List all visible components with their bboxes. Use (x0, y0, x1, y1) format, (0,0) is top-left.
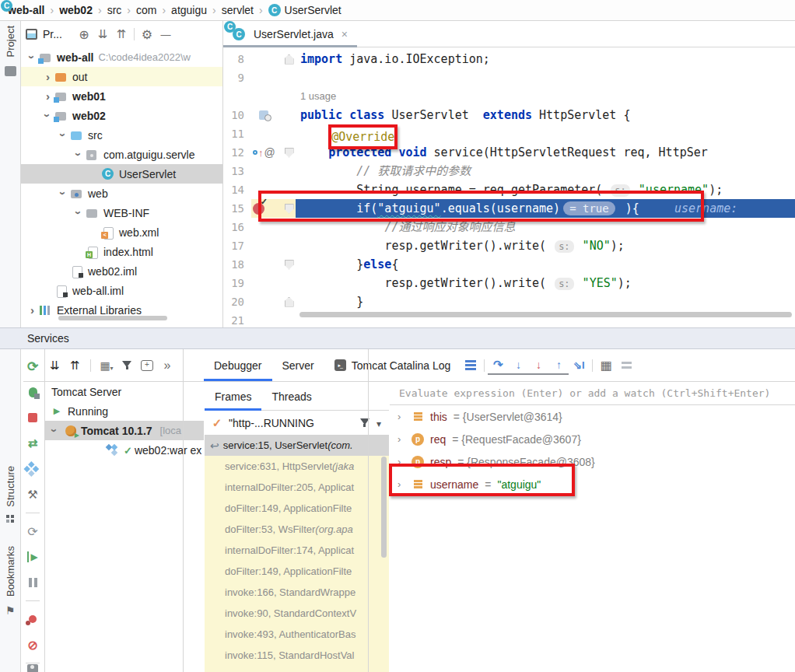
stack-scrollbar[interactable] (381, 457, 387, 558)
restore-layout-icon[interactable] (461, 356, 481, 375)
code-line[interactable]: 14 String username = req.getParameter( s… (223, 180, 795, 199)
tree-item[interactable]: web01 (21, 86, 222, 106)
stack-frame[interactable]: doFilter:53, WsFilter (org.apa (205, 519, 389, 540)
add-service-icon[interactable] (139, 358, 155, 373)
tab-debugger[interactable]: Debugger (204, 349, 272, 381)
code-line[interactable]: 17 resp.getWriter().write( s: "NO"); (223, 236, 795, 255)
tree-item[interactable]: web-allC:\code4idea2022\w (21, 47, 222, 67)
resume-icon[interactable] (25, 549, 40, 565)
stack-frame[interactable]: service:631, HttpServlet (jaka (205, 456, 389, 477)
tree-item[interactable]: UserServlet (21, 164, 222, 184)
collapse-all-icon[interactable] (67, 358, 82, 373)
code-line[interactable]: 9 (223, 68, 795, 87)
dropdown-icon[interactable] (376, 417, 381, 429)
breadcrumb-item[interactable]: atguigu (171, 4, 207, 16)
run-to-cursor-icon[interactable] (569, 356, 589, 375)
tree-item[interactable]: WEB-INF (21, 203, 222, 222)
hide-icon[interactable] (156, 26, 175, 43)
code-line[interactable]: 13 // 获取请求中的参数 (223, 162, 795, 180)
stack-frame[interactable]: service:15, UserServlet (com. (205, 435, 389, 456)
bookmark-flag-icon[interactable]: ⚑ (5, 604, 16, 617)
refresh-icon[interactable] (25, 523, 40, 539)
chevron-right-icon[interactable] (41, 70, 54, 83)
chevron-down-icon[interactable] (72, 206, 86, 219)
force-step-into-icon[interactable] (528, 356, 548, 375)
breakpoint-icon[interactable] (253, 203, 264, 215)
fold-marker[interactable] (285, 260, 294, 270)
stack-frame[interactable]: invoke:93, ErrorReportValve (205, 666, 389, 672)
variable-row[interactable]: ›req= {RequestFacade@3607} (390, 428, 795, 450)
stack-frame[interactable]: doFilter:149, ApplicationFilte (205, 561, 389, 582)
tab-tomcat-catalina-log[interactable]: Tomcat Catalina Log (324, 349, 461, 381)
services-tree-root[interactable]: Tomcat Server (45, 382, 204, 401)
code-line[interactable]: 16 //通过响应对象响应信息 (223, 218, 795, 236)
code-line[interactable]: 10public class UserServlet extends HttpS… (223, 106, 795, 124)
fold-marker[interactable] (285, 204, 294, 214)
step-over-icon[interactable] (488, 356, 508, 375)
overrides-method-icon[interactable]: ↑@ (253, 146, 275, 159)
tab-server[interactable]: Server (272, 349, 324, 381)
tree-item[interactable]: web02 (21, 106, 222, 125)
project-rail-label[interactable]: Project (5, 26, 16, 57)
evaluate-expression-icon[interactable] (596, 356, 616, 375)
pause-icon[interactable] (25, 575, 40, 590)
group-by-icon[interactable] (99, 358, 114, 373)
code-line[interactable]: 18 }else{ (223, 255, 795, 274)
bookmarks-rail-label[interactable]: Bookmarks (5, 546, 16, 597)
code-line[interactable]: 15 if("atguigu".equals(username)= true )… (223, 199, 795, 218)
breadcrumb-item[interactable]: com (136, 4, 156, 16)
collapse-all-icon[interactable] (112, 26, 131, 43)
fold-marker[interactable] (285, 297, 294, 307)
stack-frame[interactable]: invoke:166, StandardWrappe (205, 582, 389, 603)
chevron-right-icon[interactable]: › (398, 456, 405, 467)
code-line[interactable]: 12↑@ protected void service(HttpServletR… (223, 143, 795, 162)
variable-row[interactable]: ›resp= {ResponseFacade@3608} (390, 450, 795, 473)
chevron-down-icon[interactable] (48, 424, 61, 437)
view-breakpoints-icon[interactable] (25, 611, 40, 627)
stack-frame[interactable]: invoke:493, AuthenticatorBas (205, 624, 389, 645)
breadcrumb-item[interactable]: web02 (59, 4, 93, 16)
chevron-down-icon[interactable] (57, 187, 70, 200)
services-tree-status[interactable]: Running (45, 401, 204, 421)
more-icon[interactable] (159, 358, 175, 373)
thread-dump-icon[interactable] (25, 660, 40, 672)
services-icon[interactable] (25, 461, 40, 477)
tree-item[interactable]: web.xml (21, 222, 222, 242)
fold-marker[interactable] (285, 148, 294, 158)
project-horizontal-scrollbar[interactable] (58, 316, 167, 320)
editor-horizontal-scrollbar[interactable] (299, 312, 792, 317)
breadcrumb-item[interactable]: UserServlet (285, 4, 341, 16)
tree-item[interactable]: index.html (21, 242, 222, 261)
mute-breakpoints-icon[interactable] (25, 637, 40, 653)
code-line[interactable]: 20 } (223, 292, 795, 311)
tab-frames[interactable]: Frames (205, 382, 261, 411)
tree-item[interactable]: web02.iml (21, 261, 222, 281)
structure-icon[interactable] (6, 515, 9, 518)
settings-gear-icon[interactable] (138, 26, 156, 43)
chevron-right-icon[interactable] (26, 303, 39, 317)
code-line[interactable]: 8import java.io.IOException; (223, 50, 795, 68)
breadcrumb-item[interactable]: web-all (8, 4, 44, 16)
evaluate-expression-input[interactable]: Evaluate expression (Enter) or add a wat… (390, 382, 795, 405)
editor-tab-userservlet[interactable]: C UserServlet.java × (223, 21, 357, 47)
tree-item[interactable]: com.atguigu.servle (21, 145, 222, 164)
breadcrumb-item[interactable]: servlet (222, 4, 254, 16)
debug-icon[interactable] (25, 384, 40, 400)
stack-frame[interactable]: internalDoFilter:174, Applicat (205, 540, 389, 561)
project-folder-icon[interactable] (5, 66, 16, 76)
variable-row[interactable]: ›username= "atguigu" (390, 473, 795, 495)
step-into-icon[interactable] (508, 356, 528, 375)
variable-row[interactable]: ›this= {UserServlet@3614} (390, 405, 795, 428)
services-panel-header[interactable]: Services (0, 327, 795, 349)
stack-frame[interactable]: doFilter:149, ApplicationFilte (205, 498, 389, 519)
layout-settings-icon[interactable] (616, 356, 636, 375)
tree-item[interactable]: src (21, 125, 222, 145)
filter-icon[interactable] (119, 358, 135, 373)
step-out-icon[interactable] (548, 356, 569, 375)
stop-icon[interactable] (25, 410, 40, 425)
chevron-right-icon[interactable]: › (398, 433, 405, 445)
chevron-down-icon[interactable] (26, 51, 39, 64)
chevron-down-icon[interactable] (57, 128, 70, 142)
tab-threads[interactable]: Threads (261, 382, 321, 411)
stack-frame[interactable]: invoke:90, StandardContextV (205, 603, 389, 624)
